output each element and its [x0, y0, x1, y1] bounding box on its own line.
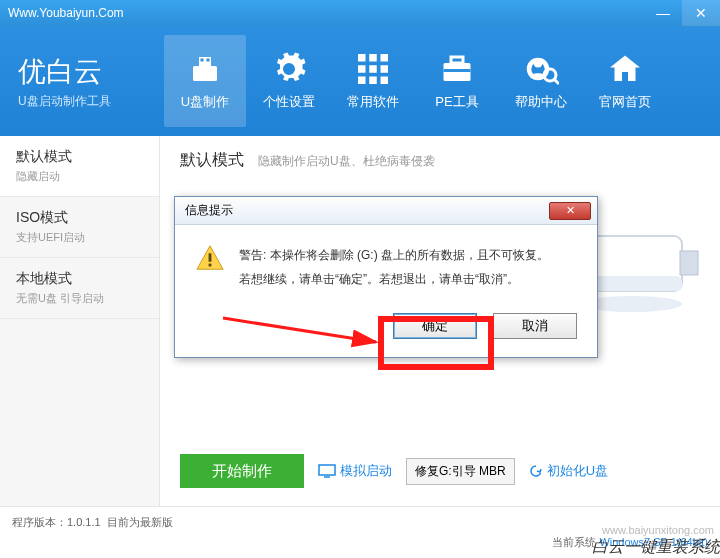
- dialog-line1: 警告: 本操作将会删除 (G:) 盘上的所有数据，且不可恢复。: [239, 243, 549, 267]
- init-usb-link[interactable]: 初始化U盘: [529, 462, 608, 480]
- svg-rect-15: [444, 69, 471, 72]
- svg-rect-2: [201, 59, 204, 62]
- monitor-icon: [318, 464, 336, 478]
- svg-rect-9: [381, 65, 389, 73]
- brand-name: 优白云: [18, 53, 158, 91]
- svg-rect-3: [207, 59, 210, 62]
- titlebar-url: Www.Youbaiyun.Com: [8, 6, 124, 20]
- sidebar-item-iso[interactable]: ISO模式 支持UEFI启动: [0, 197, 159, 258]
- nav-personalize[interactable]: 个性设置: [248, 35, 330, 127]
- nav-homepage[interactable]: 官网首页: [584, 35, 666, 127]
- nav-help[interactable]: 帮助中心: [500, 35, 582, 127]
- svg-point-17: [534, 59, 543, 68]
- svg-rect-22: [680, 251, 698, 275]
- warning-icon: [195, 243, 225, 273]
- version-info: 程序版本：1.0.1.1 目前为最新版: [12, 515, 173, 530]
- min-button[interactable]: —: [644, 0, 682, 26]
- svg-rect-0: [193, 66, 217, 81]
- grid-icon: [355, 51, 391, 87]
- toolbox-icon: [439, 51, 475, 87]
- svg-rect-27: [209, 264, 212, 267]
- brand-sub: U盘启动制作工具: [18, 93, 158, 110]
- help-icon: [523, 51, 559, 87]
- svg-rect-11: [369, 77, 377, 85]
- gear-icon: [271, 51, 307, 87]
- svg-rect-7: [358, 65, 366, 73]
- dialog-close-button[interactable]: ✕: [549, 202, 591, 220]
- highlight-box: [378, 316, 494, 370]
- svg-rect-10: [358, 77, 366, 85]
- svg-rect-6: [381, 54, 389, 62]
- sidebar-item-default[interactable]: 默认模式 隐藏启动: [0, 136, 159, 197]
- dialog-title: 信息提示: [185, 202, 233, 219]
- brand: 优白云 U盘启动制作工具: [18, 53, 158, 110]
- main-title: 默认模式: [180, 150, 244, 171]
- start-create-button[interactable]: 开始制作: [180, 454, 304, 488]
- home-icon: [607, 51, 643, 87]
- main-subtitle: 隐藏制作启动U盘、杜绝病毒侵袭: [258, 153, 435, 170]
- close-button[interactable]: ✕: [682, 0, 720, 26]
- watermark-text: 白云一键重装系统: [592, 537, 720, 558]
- nav-usb-create[interactable]: U盘制作: [164, 35, 246, 127]
- svg-rect-24: [319, 465, 335, 475]
- svg-rect-14: [451, 57, 463, 63]
- sidebar-item-local[interactable]: 本地模式 无需U盘 引导启动: [0, 258, 159, 319]
- svg-rect-5: [369, 54, 377, 62]
- dialog-line2: 若想继续，请单击“确定”。若想退出，请单击“取消”。: [239, 267, 549, 291]
- watermark-url: www.baiyunxitong.com: [602, 524, 714, 536]
- sidebar: 默认模式 隐藏启动 ISO模式 支持UEFI启动 本地模式 无需U盘 引导启动: [0, 136, 160, 506]
- simulate-boot-link[interactable]: 模拟启动: [318, 462, 392, 480]
- annotation-arrow: [218, 308, 388, 368]
- refresh-icon: [529, 464, 543, 478]
- nav-pe-tools[interactable]: PE工具: [416, 35, 498, 127]
- svg-line-28: [223, 318, 376, 342]
- svg-rect-4: [358, 54, 366, 62]
- nav-software[interactable]: 常用软件: [332, 35, 414, 127]
- repair-mbr-button[interactable]: 修复G:引导 MBR: [406, 458, 515, 485]
- dialog-cancel-button[interactable]: 取消: [493, 313, 577, 339]
- usb-icon: [187, 51, 223, 87]
- svg-line-19: [555, 80, 560, 85]
- svg-rect-26: [209, 253, 212, 261]
- svg-rect-8: [369, 65, 377, 73]
- svg-rect-12: [381, 77, 389, 85]
